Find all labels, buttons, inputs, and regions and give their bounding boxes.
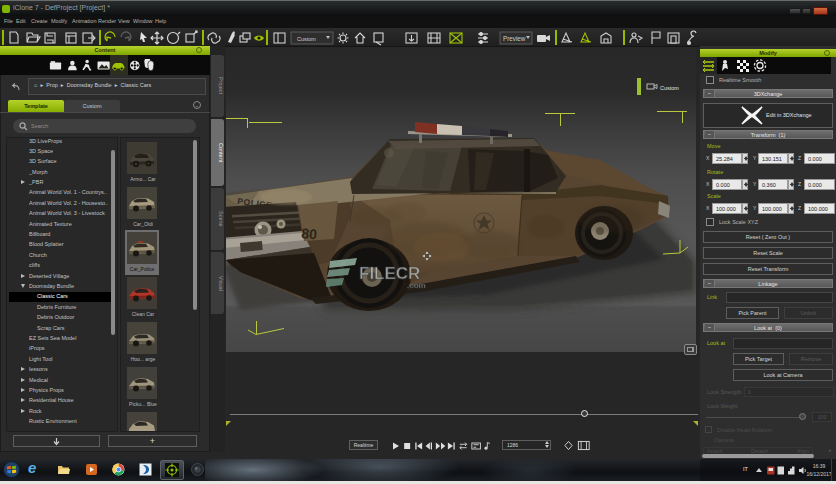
- svg-text:80: 80: [301, 225, 318, 242]
- svg-text:Custom: Custom: [297, 36, 316, 42]
- svg-text:Custom: Custom: [660, 85, 679, 91]
- svg-text:Preview: Preview: [503, 35, 526, 42]
- svg-text:.com: .com: [407, 281, 426, 290]
